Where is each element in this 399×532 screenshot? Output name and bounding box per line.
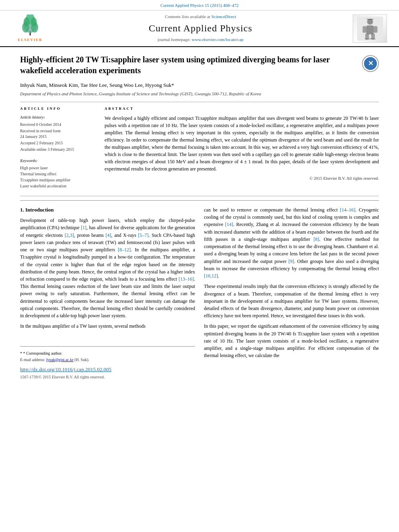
svg-text:✕: ✕ [368, 60, 373, 67]
journal-center: Contents lists available at ScienceDirec… [48, 14, 353, 43]
keyword-3: Ti:sapphire multipass amplifier [20, 177, 97, 183]
issn-line: 1567-1739/© 2015 Elsevier B.V. All right… [20, 374, 195, 380]
keywords-label: Keywords: [20, 158, 97, 164]
divider-1 [20, 102, 379, 102]
keyword-2: Thermal lensing effect [20, 171, 97, 177]
col-left: 1. Introduction Development of table-top… [20, 206, 195, 380]
article-body: ARTICLE INFO Article history: Received 6… [20, 106, 379, 189]
main-body: 1. Introduction Development of table-top… [20, 200, 379, 380]
article-info-title: ARTICLE INFO [20, 106, 97, 111]
email-link[interactable]: lysuk@gist.ac.kr [46, 357, 74, 362]
revised-date: Received in revised form24 January 2015 [20, 128, 97, 140]
col-right: can be used to remove or compensate the … [204, 206, 379, 380]
elsevier-logo: ELSEVIER [12, 14, 48, 43]
affiliation: Department of Physics and Photon Science… [20, 91, 379, 97]
article-info: ARTICLE INFO Article history: Received 6… [20, 106, 97, 189]
homepage-link[interactable]: www.elsevier.com/locate/cap [192, 37, 244, 42]
footnotes-area: * * Corresponding author. E-mail address… [20, 346, 195, 363]
accepted-date: Accepted 2 February 2015 [20, 140, 97, 146]
abstract-section: ABSTRACT We developed a highly efficient… [105, 106, 379, 189]
svg-point-6 [31, 17, 37, 26]
abstract-text: We developed a highly efficient and comp… [105, 115, 379, 173]
elsevier-label: ELSEVIER [18, 37, 43, 43]
svg-text:Applied Physics: Applied Physics [364, 38, 375, 40]
journal-header: ELSEVIER Contents lists available at Sci… [0, 10, 399, 47]
journal-reference: Current Applied Physics 15 (2015) 468–47… [0, 0, 399, 10]
intro-paragraph-right: can be used to remove or compensate the … [204, 206, 379, 359]
keyword-1: High power laser [20, 165, 97, 171]
svg-rect-11 [374, 26, 377, 33]
paper-content: ✕ Highly-efficient 20 TW Ti:sapphire las… [0, 47, 399, 388]
authors: Inhyuk Nam, Minseok Kim, Tae Hee Lee, Se… [20, 82, 379, 89]
keyword-4: Laser wakefield acceleration [20, 183, 97, 189]
sciencedirect-anchor[interactable]: ScienceDirect [211, 14, 236, 19]
keywords-section: Keywords: High power laser Thermal lensi… [20, 158, 97, 189]
svg-point-5 [24, 17, 30, 26]
history-label: Article history: [20, 115, 97, 120]
svg-rect-9 [366, 25, 373, 34]
journal-homepage: journal homepage: www.elsevier.com/locat… [48, 37, 353, 43]
svg-rect-10 [362, 26, 366, 33]
copyright: © 2015 Elsevier B.V. All rights reserved… [105, 176, 379, 182]
journal-logo-right: Current Applied Physics [353, 14, 387, 43]
received-date: Received 6 October 2014 [20, 122, 97, 127]
journal-title: Current Applied Physics [48, 22, 353, 35]
divider-2 [20, 196, 379, 196]
corresponding-author-note: * * Corresponding author. [20, 351, 195, 356]
intro-paragraph-1: Development of table-top high power lase… [20, 217, 195, 330]
sciencedirect-link: Contents lists available at ScienceDirec… [48, 14, 353, 20]
intro-section-title: 1. Introduction [20, 206, 195, 214]
email-note: E-mail address: lysuk@gist.ac.kr (H. Suk… [20, 357, 195, 363]
crossmark-icon[interactable]: ✕ [362, 55, 379, 74]
abstract-title: ABSTRACT [105, 106, 379, 111]
svg-text:Current: Current [366, 18, 373, 20]
doi-link[interactable]: http://dx.doi.org/10.1016/j.cap.2015.02.… [20, 366, 111, 372]
doi-area: http://dx.doi.org/10.1016/j.cap.2015.02.… [20, 366, 195, 373]
paper-title: Highly-efficient 20 TW Ti:sapphire laser… [20, 54, 379, 76]
available-date: Available online 3 February 2015 [20, 147, 97, 152]
